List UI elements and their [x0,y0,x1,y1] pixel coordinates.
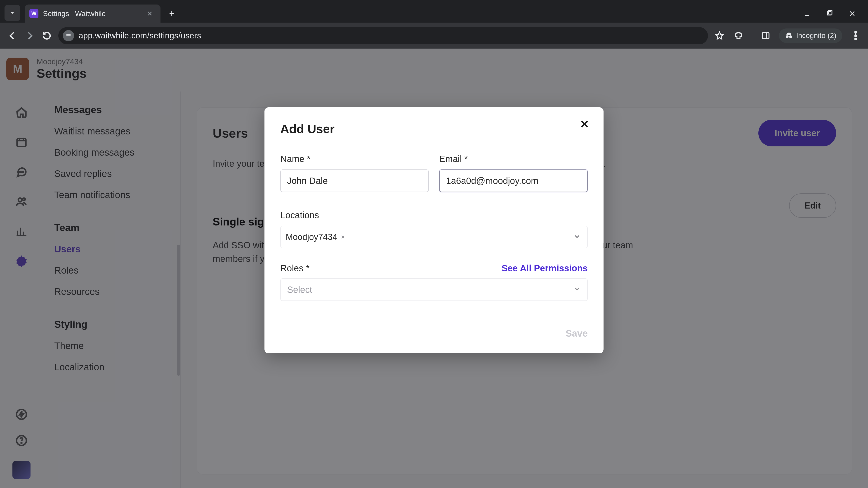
incognito-label: Incognito (2) [796,31,836,40]
new-tab-button[interactable] [165,7,179,20]
browser-address-bar: app.waitwhile.com/settings/users Incogni… [0,23,868,48]
tab-title: Settings | Waitwhile [43,9,142,18]
locations-select[interactable]: Moodjoy7434 × [280,226,588,248]
roles-select[interactable]: Select [280,278,588,301]
location-chip-label: Moodjoy7434 [286,232,337,242]
svg-point-5 [855,38,857,40]
add-user-modal: Add User Name * Email * L [265,107,603,353]
nav-forward-button[interactable] [24,30,35,41]
modal-overlay[interactable]: Add User Name * Email * L [0,48,868,488]
locations-label: Locations [280,210,588,220]
modal-close-button[interactable] [578,117,591,131]
nav-back-button[interactable] [7,30,18,41]
svg-point-3 [855,31,857,33]
window-close-button[interactable] [848,9,857,18]
browser-menu-button[interactable] [850,30,861,41]
address-input[interactable]: app.waitwhile.com/settings/users [58,27,708,44]
site-info-icon[interactable] [63,30,74,41]
name-label: Name * [280,154,429,164]
chevron-down-icon [573,233,581,241]
name-input[interactable] [280,169,429,192]
chip-remove-icon[interactable]: × [341,233,345,241]
chevron-down-icon [573,285,581,295]
favicon-icon: W [29,9,38,18]
location-chip: Moodjoy7434 × [286,232,345,242]
nav-reload-button[interactable] [41,30,53,41]
browser-tabbar: W Settings | Waitwhile [0,0,868,23]
email-label: Email * [439,154,588,164]
svg-point-4 [855,35,857,36]
see-all-permissions-link[interactable]: See All Permissions [502,263,588,273]
window-minimize-button[interactable] [802,9,811,18]
incognito-badge[interactable]: Incognito (2) [779,29,842,43]
bookmark-star-icon[interactable] [714,30,725,41]
toolbar-divider [752,30,752,41]
email-input[interactable] [439,169,588,192]
browser-tab[interactable]: W Settings | Waitwhile [25,4,160,23]
tab-close-button[interactable] [146,10,154,18]
modal-title: Add User [280,122,588,136]
save-button[interactable]: Save [565,328,588,339]
roles-placeholder: Select [287,285,312,295]
extensions-icon[interactable] [733,30,744,41]
tab-search-dropdown[interactable] [4,5,20,21]
url-text: app.waitwhile.com/settings/users [79,31,201,40]
roles-label: Roles * [280,263,309,273]
sidepanel-icon[interactable] [760,30,771,41]
window-maximize-button[interactable] [825,9,834,18]
svg-rect-2 [762,33,769,39]
